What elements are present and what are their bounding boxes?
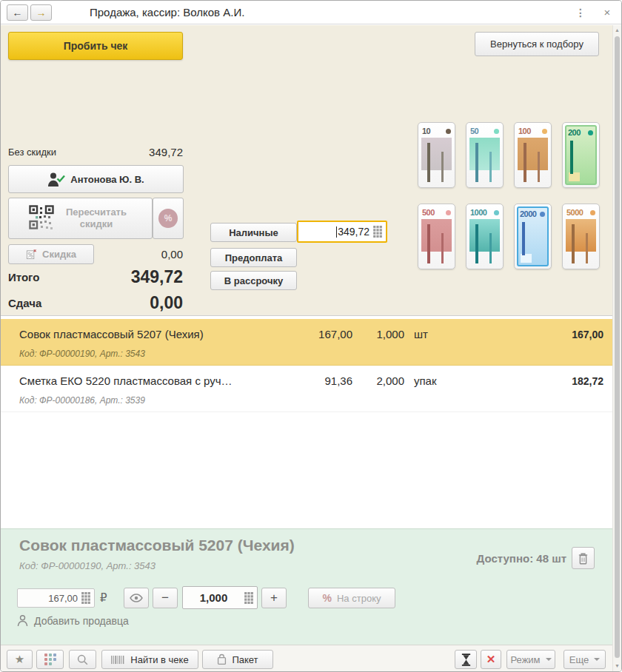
qty-decrease-button[interactable]: − (153, 588, 178, 608)
detail-available-stock: Доступно: 48 шт (477, 552, 566, 565)
quick-goods-button[interactable] (36, 650, 64, 669)
banknote-bar (427, 143, 430, 182)
banknote-dot-icon (446, 129, 451, 134)
total-row: Итого 349,72 (8, 264, 183, 289)
item-total: 182,72 (449, 375, 603, 387)
banknote-value: 200 (568, 128, 581, 137)
banknote-header: 100 (518, 127, 547, 135)
find-in-check-button[interactable]: Найти в чеке (101, 650, 198, 669)
delete-row-button[interactable] (572, 547, 595, 569)
item-code: Код: ФР-00000186, Арт.: 3539 (19, 395, 145, 406)
banknote-bar (522, 222, 525, 255)
banknote-bar (489, 233, 492, 263)
hourglass-icon (461, 653, 472, 666)
banknote-bar (427, 224, 430, 263)
customer-name: Антонова Ю. В. (70, 174, 144, 185)
banknote-value: 5000 (566, 208, 583, 217)
scrollbar-thumb[interactable] (615, 36, 620, 658)
clear-check-button[interactable]: ✕ (481, 650, 501, 669)
keypad-icon (81, 592, 90, 604)
item-unit: упак (404, 374, 449, 387)
grid-icon (44, 653, 56, 665)
search-button[interactable] (69, 650, 96, 669)
recalc-discounts-button[interactable]: Пересчитать скидки (8, 198, 153, 239)
banknote-art: 200 (565, 125, 597, 185)
postpone-check-button[interactable] (455, 650, 477, 669)
back-icon[interactable]: ← (7, 4, 28, 21)
banknote-art (518, 138, 548, 170)
banknote-5000-button[interactable]: 5000 (562, 204, 600, 269)
banknote-value: 50 (470, 127, 478, 135)
banknote-value: 2000 (520, 209, 536, 218)
more-dropdown-button[interactable]: Еще (564, 650, 606, 669)
detail-price-input[interactable]: 167,00 (17, 588, 95, 608)
discount-button[interactable]: Скидка (8, 244, 94, 264)
item-qty: 1,000 (352, 328, 404, 340)
package-button[interactable]: Пакет (202, 650, 273, 669)
add-seller-link[interactable]: Добавить продавца (17, 614, 129, 627)
banknote-10-button[interactable]: 10 (418, 122, 455, 188)
keypad-icon (373, 226, 382, 238)
banknote-1000-button[interactable]: 1000 (466, 204, 504, 269)
banknote-bar (570, 141, 573, 174)
detail-qty-input[interactable]: 1,000 (182, 586, 258, 609)
banknote-header: 5000 (566, 208, 595, 217)
vertical-scrollbar[interactable]: ▲ ▼ (612, 25, 621, 671)
red-x-icon: ✕ (486, 653, 496, 666)
title-bar: ← → Продажа, кассир: Волков А.И. ⋮ × (1, 1, 621, 24)
banknote-art (469, 219, 500, 252)
total-value: 349,72 (131, 267, 183, 287)
scroll-down-icon[interactable]: ▼ (613, 663, 621, 668)
receipt-row-line: Совок пластмассовый 5207 (Чехия) 167,00 … (1, 319, 612, 340)
banknote-value: 10 (422, 127, 430, 135)
line-discount-button[interactable]: % На строку (308, 588, 395, 608)
scroll-up-icon[interactable]: ▲ (613, 27, 621, 33)
search-icon (77, 654, 88, 665)
customer-button[interactable]: Антонова Ю. В. (8, 165, 184, 193)
banknote-header: 500 (422, 208, 451, 217)
percent-badge-icon: % (158, 209, 178, 228)
discount-percent-button[interactable]: % (153, 198, 184, 239)
detail-item-title: Совок пластмассовый 5207 (Чехия) (19, 537, 295, 554)
method-installment-button[interactable]: В рассрочку (210, 271, 297, 290)
no-discount-label: Без скидки (8, 147, 56, 158)
close-icon[interactable]: × (601, 1, 614, 24)
trash-icon (578, 552, 589, 565)
banknote-100-button[interactable]: 100 (514, 122, 552, 188)
banknote-2000-button[interactable]: 2000 (514, 204, 552, 269)
qty-increase-button[interactable]: + (261, 588, 287, 608)
discount-value: 0,00 (161, 248, 183, 261)
banknotes-row-2: 500 1000 2000 5000 (418, 204, 600, 269)
item-detail-panel: Совок пластмассовый 5207 (Чехия) Код: ФР… (1, 528, 612, 645)
change-row: Сдача 0,00 (8, 290, 183, 315)
receipt-row[interactable]: Совок пластмассовый 5207 (Чехия) 167,00 … (1, 319, 612, 366)
banknote-value: 100 (518, 127, 531, 135)
window-menu-icon[interactable]: ⋮ (574, 1, 587, 24)
banknote-header: 10 (422, 127, 451, 135)
mode-dropdown-button[interactable]: Режим (506, 650, 555, 669)
view-price-button[interactable] (124, 588, 149, 608)
detail-item-code: Код: ФР-00000190, Арт.: 3543 (19, 560, 156, 571)
item-name: Совок пластмассовый 5207 (Чехия) (19, 328, 308, 340)
banknote-50-button[interactable]: 50 (466, 122, 504, 188)
return-to-selection-button[interactable]: Вернуться к подбору (475, 32, 599, 56)
banknote-dot-icon (494, 129, 499, 134)
method-prepay-button[interactable]: Предоплата (210, 248, 297, 267)
item-code: Код: ФР-00000190, Арт.: 3543 (19, 349, 145, 359)
payment-amount-input[interactable]: 349,72 (297, 221, 387, 243)
method-cash-button[interactable]: Наличные (210, 223, 297, 242)
item-price: 91,36 (308, 374, 352, 387)
forward-icon[interactable]: → (30, 4, 52, 21)
add-seller-label: Добавить продавца (34, 615, 129, 627)
favorites-button[interactable]: ★ (7, 650, 33, 669)
banknote-500-button[interactable]: 500 (418, 204, 455, 269)
payment-amount-value: 349,72 (338, 226, 369, 238)
more-label: Еще (569, 654, 589, 665)
banknote-art (566, 219, 596, 252)
change-value: 0,00 (150, 293, 183, 313)
banknote-art: 2000 (517, 206, 549, 266)
banknote-200-button[interactable]: 200 (562, 122, 600, 188)
receipt-row[interactable]: Сметка ЕКО 5220 пластмассовая с руч… 91,… (1, 366, 612, 412)
mode-label: Режим (510, 654, 540, 665)
punch-check-button[interactable]: Пробить чек (8, 32, 183, 60)
